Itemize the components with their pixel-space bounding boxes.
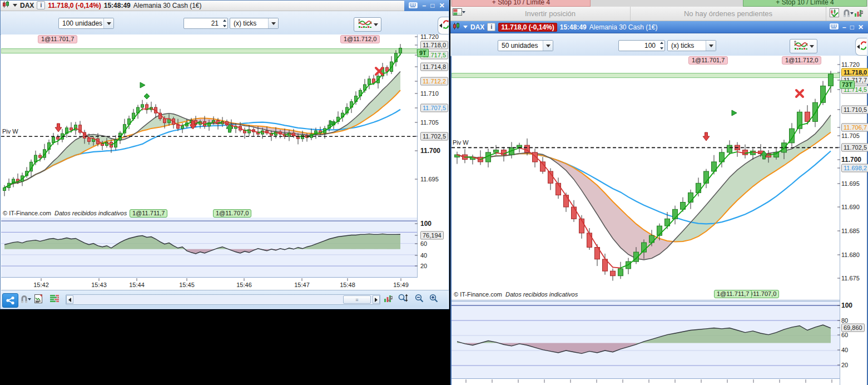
stepper-arrows[interactable] xyxy=(660,42,663,50)
indicative-data-text: Datos recibidos indicativos xyxy=(54,210,127,216)
layout-grid-button[interactable] xyxy=(453,8,465,16)
instrument-name: Alemania 30 Cash (1€) xyxy=(589,23,658,31)
collapse-arrow-icon xyxy=(857,45,860,49)
magnet-icon xyxy=(21,295,28,303)
reverse-position-icon xyxy=(860,40,867,53)
sell-stop-limit-button[interactable]: + Stop 10 / Límite 4 xyxy=(452,0,591,7)
zoom-fit-button[interactable] xyxy=(398,293,409,305)
right-titlebar[interactable]: DAX i 11.718,0 (-0,14%) 15:48:49 Alemani… xyxy=(450,21,868,33)
close-button[interactable]: ✕ xyxy=(439,2,445,9)
maximize-button[interactable]: □ xyxy=(430,2,434,9)
indicative-data-text: Datos recibidos indicativos xyxy=(505,291,578,298)
grid-icon xyxy=(453,8,462,16)
interval-unit-value: (x) ticks xyxy=(671,42,694,50)
time-scrollbar[interactable]: ≡ xyxy=(66,294,380,305)
order-buttons-row: + Stop 10 / Límite 4 + Stop 10 / Límite … xyxy=(450,0,868,7)
zoom-fit-icon xyxy=(398,293,409,303)
interval-stepper[interactable]: 100 xyxy=(618,40,665,51)
chart-style-button[interactable] xyxy=(790,39,817,53)
left-window-frame xyxy=(0,0,449,309)
report-button[interactable] xyxy=(34,294,42,305)
report-icon xyxy=(34,294,42,303)
chevron-down-icon xyxy=(462,11,465,13)
units-select[interactable]: 50 unidades xyxy=(498,40,553,51)
right-price-chart-area[interactable] xyxy=(452,56,840,300)
scrollbar-thumb[interactable]: ≡ xyxy=(343,295,371,304)
minimize-button[interactable]: – xyxy=(842,23,846,31)
last-quote: 11.718,0 (-0,14%) xyxy=(498,23,557,32)
chart-style-icon xyxy=(793,40,808,52)
interval-value: 100 xyxy=(644,42,656,50)
zoom-in-icon xyxy=(429,294,438,303)
quote-time: 15:48:49 xyxy=(560,23,587,31)
right-time-axis xyxy=(452,379,840,385)
magnet-icon xyxy=(843,9,850,17)
invert-position-button[interactable]: Invertir posición xyxy=(470,7,631,21)
close-button[interactable]: ✕ xyxy=(858,23,864,31)
info-icon[interactable]: i xyxy=(487,23,495,31)
depth-bars-icon xyxy=(50,295,59,303)
zoom-out-icon xyxy=(415,294,424,303)
right-price-axis xyxy=(840,56,867,385)
settings-wrench-button[interactable] xyxy=(854,8,863,19)
keyboard-icon[interactable] xyxy=(409,1,418,11)
chevron-down-icon xyxy=(28,298,31,300)
maximize-button[interactable]: □ xyxy=(850,23,854,31)
right-oscillator-area[interactable] xyxy=(452,301,840,379)
right-window-controls: – □ ✕ xyxy=(830,23,866,31)
magnet-tool-button[interactable] xyxy=(843,9,854,17)
zoom-out-button[interactable] xyxy=(415,294,424,305)
left-window-controls: – □ ✕ xyxy=(404,0,449,11)
scroll-right-arrow[interactable] xyxy=(373,295,380,304)
zoom-in-button[interactable] xyxy=(429,294,438,305)
data-provider-note: © IT-Finance.comDatos recibidos indicati… xyxy=(454,291,578,298)
chevron-down-icon[interactable] xyxy=(706,41,716,51)
wrench-chart-icon xyxy=(854,8,863,17)
minimize-button[interactable]: – xyxy=(422,2,426,9)
copyright-text: © IT-Finance.com xyxy=(454,291,502,298)
chevron-down-icon[interactable] xyxy=(543,41,553,51)
data-provider-note: © IT-Finance.comDatos recibidos indicati… xyxy=(3,210,127,216)
order-confirm-button[interactable] xyxy=(830,8,839,19)
candle-check-icon xyxy=(830,8,839,17)
chevron-down-icon[interactable] xyxy=(810,45,814,48)
buy-stop-limit-button[interactable]: + Stop 10 / Límite 4 xyxy=(743,0,867,7)
pending-orders-status: No hay órdenes pendientes xyxy=(631,7,826,21)
share-icon xyxy=(6,296,16,305)
interval-unit-select[interactable]: (x) ticks xyxy=(667,40,716,51)
settings-wrench-button[interactable] xyxy=(384,294,393,305)
chevron-down-icon xyxy=(850,12,854,14)
order-status-row: Invertir posición No hay órdenes pendien… xyxy=(450,7,868,21)
market-depth-button[interactable] xyxy=(50,295,59,305)
share-button[interactable] xyxy=(2,293,18,308)
wrench-chart-icon xyxy=(384,294,393,303)
copyright-text: © IT-Finance.com xyxy=(3,210,51,216)
panel-collapse-handle[interactable] xyxy=(855,38,867,56)
candles-icon xyxy=(453,22,460,32)
symbol-dropdown-icon[interactable] xyxy=(463,26,468,28)
symbol-name: DAX xyxy=(470,23,484,31)
scroll-left-arrow[interactable] xyxy=(66,295,73,304)
units-value: 50 unidades xyxy=(502,42,538,50)
magnet-tool-button[interactable] xyxy=(21,295,31,303)
keyboard-icon[interactable] xyxy=(830,23,839,31)
